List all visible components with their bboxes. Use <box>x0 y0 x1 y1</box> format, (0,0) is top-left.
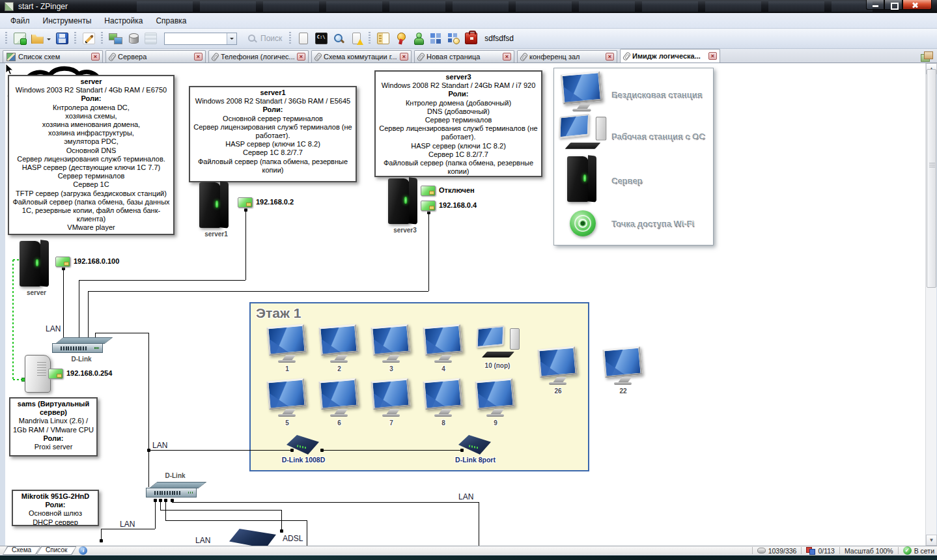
mon-node-7[interactable]: 7 <box>371 380 413 421</box>
info-icon[interactable]: i <box>79 546 87 555</box>
mon-node-26[interactable]: 26 <box>538 348 580 389</box>
title-bar[interactable]: start - ZPinger <box>0 0 937 13</box>
doc-warning-button[interactable] <box>348 31 364 46</box>
panel-icon <box>377 33 389 44</box>
tab-label: Имидж логическа... <box>632 52 706 60</box>
tab-close-icon[interactable] <box>503 53 511 61</box>
diagram-canvas[interactable]: Этаж 1 Бездисковая станцияРабочая станци… <box>5 63 925 546</box>
node-label: 9 <box>475 419 516 427</box>
connection-line <box>88 291 428 292</box>
blocks-button[interactable] <box>428 31 443 46</box>
tab-close-icon[interactable] <box>297 53 305 61</box>
info-line: Windows 2008 R2 Standart / 36Gb RAM / E5… <box>192 97 354 105</box>
menu-file[interactable]: Файл <box>4 14 36 27</box>
rtr-node[interactable] <box>229 529 276 546</box>
nic-node-192.168.0.100[interactable]: 192.168.0.100 <box>55 257 70 267</box>
ping-counter: 1039/336 <box>768 547 797 555</box>
mon-node-2[interactable]: 2 <box>319 326 361 367</box>
nic-node-192.168.0.2[interactable]: 192.168.0.2 <box>238 197 253 208</box>
award-button[interactable] <box>393 31 408 46</box>
open-folder-button[interactable] <box>29 31 45 46</box>
msw-node-D-Link-1008D[interactable]: D-Link 1008D <box>287 435 319 455</box>
scrollbar-thumb[interactable] <box>927 69 936 288</box>
scheme-combobox[interactable] <box>164 33 237 45</box>
tab-1[interactable]: Список схем <box>3 50 103 63</box>
info-line: Mandriva Linux (2.6) / 1Gb RAM / VMware … <box>12 417 94 434</box>
tab-close-icon[interactable] <box>400 53 408 61</box>
server-info-box[interactable]: serverWindows 2003 R2 Standart / 4Gb RAM… <box>8 75 175 235</box>
magnifier-button[interactable] <box>331 31 346 46</box>
server1-info-box[interactable]: server1Windows 2008 R2 Standart / 36Gb R… <box>189 86 357 182</box>
save-button[interactable] <box>54 31 70 46</box>
sw-node-D-Link[interactable]: D-Link <box>146 482 202 499</box>
mon-node-5[interactable]: 5 <box>267 380 309 421</box>
panel-button[interactable] <box>375 31 391 46</box>
tab-label: конференц зал <box>529 53 603 61</box>
mon-node-8[interactable]: 8 <box>423 380 465 421</box>
server3-info-box[interactable]: server3Windows 2008 R2 Standart / 24Gb R… <box>374 70 542 177</box>
paint-button[interactable] <box>143 31 158 46</box>
tab-5[interactable]: Новая страница <box>414 50 514 63</box>
tab-7[interactable]: Имидж логическа... <box>620 49 720 63</box>
legend-item: Рабочая станция с ОС <box>554 118 713 154</box>
toolbox-button[interactable] <box>463 31 479 46</box>
wtw-node[interactable] <box>25 355 51 393</box>
blocks-search-button[interactable] <box>445 31 461 46</box>
mon-node-4[interactable]: 4 <box>423 326 465 367</box>
nic-node-192.168.0.4[interactable]: 192.168.0.4 <box>421 201 436 211</box>
maximize-button[interactable] <box>884 0 902 10</box>
database-button[interactable] <box>125 31 141 46</box>
node-label: 192.168.0.100 <box>74 257 119 265</box>
tab-6[interactable]: конференц зал <box>517 50 617 63</box>
sheet-tab-list[interactable]: Список <box>36 546 76 555</box>
tw-node-server3[interactable]: server3 <box>387 177 421 228</box>
mon-node-9[interactable]: 9 <box>475 380 517 421</box>
tab-3[interactable]: Телефония (логичес... <box>208 50 309 63</box>
nic-node-192.168.0.254[interactable]: 192.168.0.254 <box>48 369 63 379</box>
mon-node-1[interactable]: 1 <box>267 326 309 367</box>
close-button[interactable] <box>902 0 932 10</box>
mon-node-6[interactable]: 6 <box>319 380 361 421</box>
legend-label: Рабочая станция с ОС <box>611 132 705 141</box>
mikrotik-info-box[interactable]: Mikrotik 951G-2HnDРоли:Основной шлюзDHCP… <box>12 490 99 526</box>
sams-info-box[interactable]: sams (Виртуальный сервер)Mandriva Linux … <box>9 397 98 456</box>
minimize-button[interactable] <box>866 0 884 10</box>
nic-node-Отключен[interactable]: Отключен <box>421 186 436 196</box>
paint-icon <box>145 33 157 44</box>
ws-node-10-пор-[interactable]: 10 (пор) <box>474 327 522 365</box>
tab-close-icon[interactable] <box>606 53 614 61</box>
edit-pencil-button[interactable] <box>81 31 96 46</box>
tab-list-icon[interactable] <box>921 51 932 61</box>
tab-close-icon[interactable] <box>194 53 203 61</box>
menu-tools[interactable]: Инструменты <box>36 14 98 27</box>
tab-close-icon[interactable] <box>91 53 100 61</box>
mon-node-3[interactable]: 3 <box>371 326 413 367</box>
sw-node-D-Link[interactable]: D-Link <box>52 337 108 354</box>
scroll-down-button[interactable] <box>926 535 937 546</box>
mon-node-22[interactable]: 22 <box>603 348 645 389</box>
tab-2[interactable]: Сервера <box>105 50 206 63</box>
connection-line <box>88 291 89 343</box>
menu-help[interactable]: Справка <box>149 14 193 27</box>
new-document-button[interactable] <box>296 31 311 46</box>
new-scheme-button[interactable] <box>12 31 27 46</box>
tw-node-server1[interactable]: server1 <box>198 181 232 232</box>
tw-node-server[interactable]: server <box>18 240 52 290</box>
combobox-dropdown-button[interactable] <box>227 33 236 44</box>
mon-icon <box>538 348 580 389</box>
vertical-scrollbar[interactable] <box>925 63 936 546</box>
tab-4[interactable]: Схема коммутации г... <box>311 50 412 63</box>
user-add-icon <box>412 33 425 44</box>
sheet-tab-schema[interactable]: Схема <box>3 546 40 555</box>
info-line: Windows 2003 R2 Standart / 4Gb RAM / E67… <box>11 86 171 94</box>
menu-settings[interactable]: Настройка <box>98 14 149 27</box>
dropdown-arrow-icon[interactable] <box>47 38 51 42</box>
console-button[interactable] <box>313 31 329 46</box>
legend-box[interactable]: Бездисковая станцияРабочая станция с ОСС… <box>553 68 714 245</box>
info-line: Windows 2008 R2 Standart / 24Gb RAM / i7… <box>378 81 539 90</box>
database-icon <box>127 33 139 44</box>
images-button[interactable] <box>107 31 123 46</box>
user-add-button[interactable] <box>410 31 426 46</box>
tab-close-icon[interactable] <box>708 52 717 60</box>
msw-node-D-Link-8port[interactable]: D-Link 8port <box>458 435 491 455</box>
